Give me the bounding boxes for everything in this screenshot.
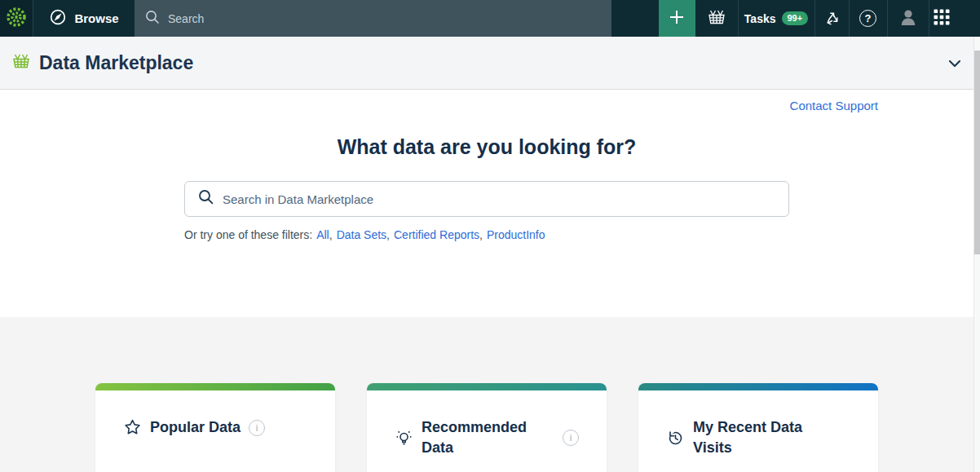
info-icon[interactable]: i [563,430,579,446]
top-navbar: Browse [0,0,980,37]
workflow-button[interactable] [814,0,849,37]
apps-grid-button[interactable] [929,0,980,37]
card-title: My Recent Data Visits [693,417,815,458]
search-icon [145,10,160,28]
comma-separator: , [479,228,483,241]
page-header-bar: Data Marketplace [0,37,973,90]
marketplace-basket-green-icon [11,52,31,73]
page-title: Data Marketplace [39,52,193,74]
my-recent-data-visits-card: My Recent Data Visits [638,383,878,472]
recommended-data-card: Recommended Data i [367,383,607,472]
card-accent-bar [638,383,878,390]
marketplace-basket-button[interactable] [695,0,738,37]
grid-menu-icon [934,9,950,29]
user-avatar[interactable] [887,0,929,37]
card-accent-bar [95,383,335,390]
filter-link-all[interactable]: All [316,228,329,241]
card-accent-bar [367,383,607,390]
card-title: Recommended Data [422,417,544,458]
filter-link-productinfo[interactable]: ProductInfo [487,228,545,241]
plus-icon [669,9,685,29]
filters-prefix-label: Or try one of these filters: [184,228,312,241]
app-logo[interactable] [0,0,33,37]
popular-data-card: Popular Data i [95,383,335,472]
shuffle-arrows-icon [823,8,841,29]
search-icon [198,189,214,209]
filter-link-certified-reports[interactable]: Certified Reports [394,228,479,241]
history-icon [666,429,685,448]
marketplace-search-input[interactable] [223,192,788,206]
tasks-count-badge: 99+ [782,11,809,25]
scrollbar-thumb[interactable] [974,51,980,254]
lightbulb-icon [395,429,413,448]
info-icon[interactable]: i [249,420,265,436]
filter-link-data-sets[interactable]: Data Sets [337,228,386,241]
comma-separator: , [386,228,390,241]
browse-menu-button[interactable]: Browse [33,0,135,37]
help-button[interactable]: ? [849,0,887,37]
page-scrollbar[interactable] [973,37,980,472]
filter-suggestions: Or try one of these filters:All,Data Set… [184,228,545,241]
marketplace-search-box[interactable] [184,181,789,217]
comma-separator: , [329,228,333,241]
contact-support-link[interactable]: Contact Support [790,99,878,112]
tasks-label: Tasks [744,12,776,25]
data-marketplace-page: Browse [0,0,980,472]
compose-add-button[interactable] [659,0,695,37]
star-icon [123,418,142,437]
card-title: Popular Data [150,417,241,438]
alation-logo-icon [5,6,28,32]
navbar-spacer [611,0,659,37]
chevron-down-icon[interactable] [946,55,964,76]
basket-icon [707,8,726,29]
global-search-field[interactable] [135,0,611,37]
tasks-button[interactable]: Tasks 99+ [738,0,814,37]
person-silhouette-icon [898,7,918,29]
browse-label: Browse [74,11,118,25]
global-search-input[interactable] [168,12,559,25]
page-heading: What data are you looking for? [0,135,973,159]
compass-icon [49,8,67,29]
question-mark-icon: ? [859,10,876,27]
